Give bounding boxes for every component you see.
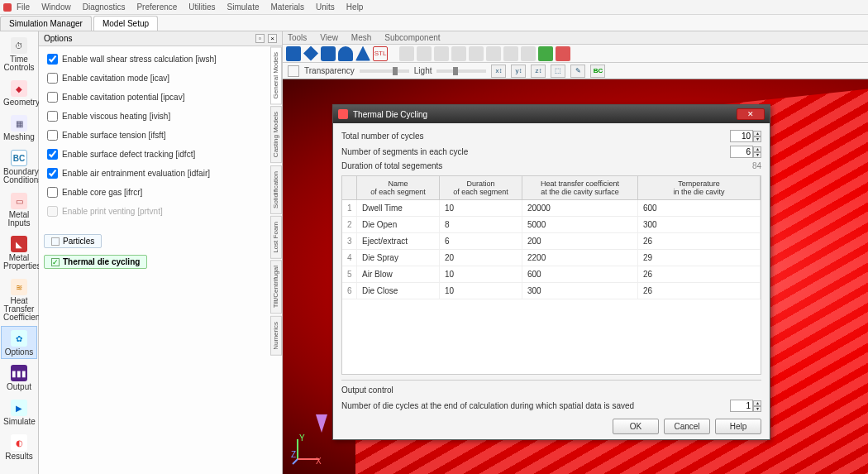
opt-viscous-heating[interactable]: Enable viscous heating [ivish] [44,108,277,124]
side-heat-transfer[interactable]: ≋Heat Transfer Coefficients [1,275,37,324]
tab-lost-foam[interactable]: Lost Foam [270,216,282,259]
side-options[interactable]: ✿Options [1,326,37,359]
table-row[interactable]: 3Eject/extract620026 [342,233,761,250]
checkbox[interactable] [47,73,58,84]
tool-icon[interactable] [486,46,501,61]
menu-materials[interactable]: Materials [270,2,304,12]
spin-down-icon[interactable]: ▾ [753,152,761,158]
tool-icon[interactable] [538,46,553,61]
help-button[interactable]: Help [715,419,761,434]
cancel-button[interactable]: Cancel [664,419,710,434]
cell[interactable]: Dwell Time [357,200,440,216]
cell[interactable]: Die Open [357,217,440,232]
shape-cone-icon[interactable] [355,46,370,61]
opt-surface-defect[interactable]: Enable surface defect tracking [idfct] [44,146,277,162]
cell[interactable]: Die Close [357,283,440,299]
side-simulate[interactable]: ▶Simulate [1,395,37,429]
stl-icon[interactable]: STL [373,46,388,61]
vp-menu-subcomponent[interactable]: Subcomponent [384,33,440,42]
cell[interactable]: 26 [638,283,761,299]
menu-help[interactable]: Help [346,2,364,12]
opt-surface-tension[interactable]: Enable surface tension [ifsft] [44,127,277,143]
cell[interactable]: Air Blow [357,266,440,282]
side-boundary-conditions[interactable]: BCBoundary Conditions [1,146,37,187]
side-output[interactable]: ▮▮▮Output [1,361,37,394]
cell[interactable]: 2200 [522,250,638,266]
panel-dock-icon[interactable]: ▫ [255,34,265,43]
dialog-titlebar[interactable]: Thermal Die Cycling ✕ [333,105,770,123]
opt-cavitation-potential[interactable]: Enable cavitation potential [ipcav] [44,89,277,105]
tool-icon[interactable] [451,46,466,61]
shape-cylinder-icon[interactable] [338,46,353,61]
checkbox[interactable] [47,92,58,103]
opt-wall-shear[interactable]: Enable wall shear stress calculation [iw… [44,51,277,67]
menu-preference[interactable]: Preference [136,2,177,12]
menu-diagnostics[interactable]: Diagnostics [83,2,126,12]
ok-button[interactable]: OK [613,419,659,434]
table-row[interactable]: 6Die Close1030026 [342,283,761,299]
menu-simulate[interactable]: Simulate [227,2,260,12]
cell[interactable]: 6 [440,233,522,249]
vp-menu-view[interactable]: View [320,33,338,42]
spin-up-icon[interactable]: ▴ [753,146,761,152]
tab-model-setup[interactable]: Model Setup [93,16,158,31]
view-yz-icon[interactable]: y↕ [511,65,526,78]
panel-close-icon[interactable]: × [268,34,277,43]
spin-down-icon[interactable]: ▾ [753,406,761,412]
total-cycles-spinner[interactable]: ▴▾ [730,130,761,142]
table-row[interactable]: 1Dwell Time1020000600 [342,200,761,217]
tool-icon[interactable] [469,46,484,61]
spin-up-icon[interactable]: ▴ [753,131,761,136]
segments-input[interactable] [730,146,753,158]
view-xz-icon[interactable]: z↕ [531,65,546,78]
cell[interactable]: Eject/extract [357,233,440,249]
tab-solidification[interactable]: Solidification [270,165,282,214]
table-row[interactable]: 4Die Spray20220029 [342,250,761,266]
cell[interactable]: 10 [440,200,522,216]
viewport-3d[interactable]: Tools View Mesh Subcomponent STL [283,31,868,474]
table-row[interactable]: 5Air Blow1060026 [342,266,761,283]
vp-menu-mesh[interactable]: Mesh [351,33,371,42]
cell[interactable]: 300 [638,217,761,232]
cell[interactable]: 200 [522,233,638,249]
side-meshing[interactable]: ▦Meshing [1,111,37,144]
output-cycles-spinner[interactable]: ▴▾ [730,400,761,412]
view-iso-icon[interactable]: ⬚ [551,65,565,78]
opt-cavitation-mode[interactable]: Enable cavitation mode [icav] [44,70,277,86]
dialog-close-button[interactable]: ✕ [737,108,765,120]
tool-icon[interactable] [521,46,536,61]
tool-icon[interactable] [399,46,414,61]
cell[interactable]: 26 [638,266,761,282]
cell[interactable]: 300 [522,283,638,299]
tool-icon[interactable] [503,46,518,61]
checkbox[interactable] [47,54,58,65]
checkbox[interactable] [47,149,58,160]
cell[interactable]: 26 [638,233,761,249]
transparency-slider[interactable] [360,69,409,73]
tool-icon[interactable] [556,46,570,61]
side-geometry[interactable]: ◆Geometry [1,76,37,109]
thermal-die-cycling-button[interactable]: ✓ Thermal die cycling [44,255,147,269]
checkbox[interactable] [47,168,58,179]
cell[interactable]: 600 [638,200,761,216]
total-cycles-input[interactable] [730,130,753,142]
side-metal-properties[interactable]: ◣Metal Properties [1,232,37,273]
checkbox[interactable] [47,130,58,141]
tool-icon[interactable] [434,46,449,61]
cell[interactable]: 5000 [522,217,638,232]
output-cycles-input[interactable] [730,400,753,412]
bc-toggle[interactable]: BC [590,65,605,78]
cell[interactable]: 20000 [522,200,638,216]
cell[interactable]: 600 [522,266,638,282]
spin-down-icon[interactable]: ▾ [753,136,761,142]
tool-icon[interactable] [417,46,432,61]
shape-sphere-icon[interactable] [286,46,301,61]
cell[interactable]: Die Spray [357,250,440,266]
tab-casting-models[interactable]: Casting Models [270,106,282,163]
expand-icon[interactable] [288,65,299,77]
tab-general-models[interactable]: General Models [270,46,282,104]
tab-simulation-manager[interactable]: Simulation Manager [0,16,92,31]
cell[interactable]: 29 [638,250,761,266]
light-slider[interactable] [436,69,486,73]
menu-units[interactable]: Units [316,2,335,12]
